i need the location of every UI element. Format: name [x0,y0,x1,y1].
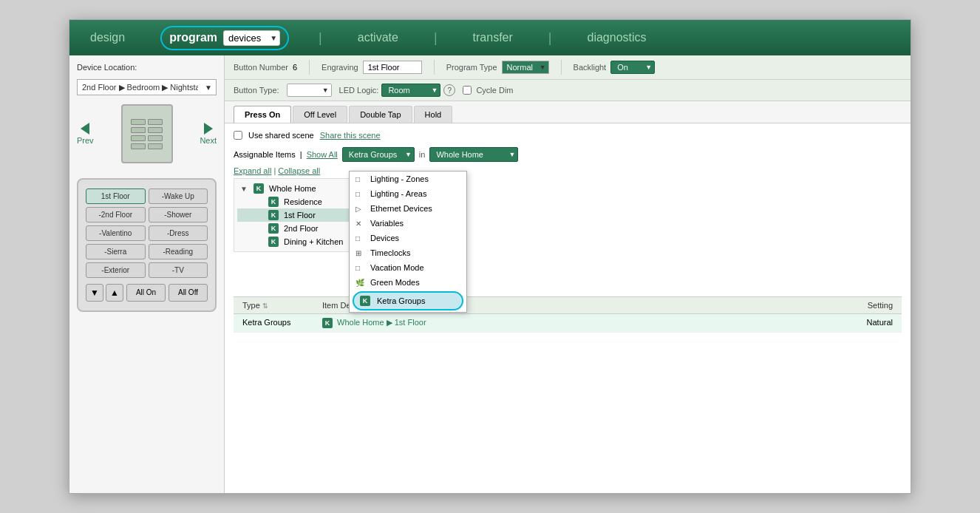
kp-btn-1st-floor[interactable]: 1st Floor [86,188,146,204]
prev-icon [81,123,89,135]
nav-separator-1: | [319,30,322,46]
device-image [121,104,173,163]
device-btn-2 [148,119,163,125]
dropdown-item-variables[interactable]: ✕ Variables [350,216,466,231]
table-description-link[interactable]: Whole Home ▶ 1st Floor [337,318,426,327]
tab-hold[interactable]: Hold [414,106,453,123]
toolbar-sep-2 [434,60,435,75]
kp-all-off[interactable]: All Off [169,284,208,302]
tree-ketra-icon-1st-floor: K [268,210,279,220]
expand-all-button[interactable]: Expand all [234,166,271,175]
button-number-value: 6 [293,63,297,72]
button-number-label: Button Number [234,63,288,72]
variables-icon: ✕ [355,220,366,228]
kp-btn-reading[interactable]: -Reading [149,244,208,259]
main-content: Use shared scene Share this scene Assign… [225,123,911,493]
engraving-group: Engraving [321,61,422,74]
expand-collapse-row: Expand all | Collapse all [234,166,902,175]
led-logic-help-icon[interactable]: ? [443,84,455,96]
nav-devices-select-wrap: devices [223,30,280,46]
kp-all-on[interactable]: All On [126,284,166,302]
devices-label: Devices [370,234,399,242]
nav-program-area: program devices [160,26,289,50]
toolbar-sep-3 [561,60,562,75]
assignable-category-select[interactable]: Ketra Groups [342,147,415,162]
location-select-wrap: 2nd Floor ▶ Bedroom ▶ Nightstand [77,79,217,95]
device-btn-4 [148,127,163,133]
collapse-all-button[interactable]: Collapse all [278,166,320,175]
kp-btn-tv[interactable]: -TV [149,262,208,278]
tab-press-on[interactable]: Press On [234,106,291,123]
table-cell-description: K Whole Home ▶ 1st Floor [322,318,828,328]
nav-transfer[interactable]: transfer [467,28,519,47]
cycle-dim-checkbox[interactable] [463,86,472,95]
engraving-label: Engraving [321,63,358,72]
shared-scene-row: Use shared scene Share this scene [234,131,902,140]
lighting-areas-label: Lighting - Areas [370,189,426,198]
tab-off-level[interactable]: Off Level [293,106,347,123]
in-location-select[interactable]: Whole Home [429,147,518,162]
nav-separator-3: | [548,30,552,46]
dropdown-item-green-modes[interactable]: 🌿 Green Modes [350,275,466,290]
toolbar-row-2: Button Type: Toggle LED Logic: Room ? [225,80,911,101]
kp-btn-2nd-floor[interactable]: -2nd Floor [86,207,146,222]
right-panel: Button Number 6 Engraving Program Type N… [225,55,911,493]
program-type-group: Program Type Normal [446,61,549,74]
kp-btn-valentino[interactable]: -Valentino [86,225,146,241]
toolbar-sep-1 [309,60,310,75]
next-label: Next [200,136,217,145]
kp-dim-up[interactable]: ▲ [106,284,123,302]
dropdown-item-lighting-zones[interactable]: □ Lighting - Zones [350,171,466,186]
kp-dim-down[interactable]: ▼ [86,284,103,302]
nav-buttons-row: Prev [77,104,217,163]
backlight-select-wrap: On [610,61,655,74]
table-header: Type ⇅ Item Description ⇅ Setting [234,297,902,314]
ethernet-devices-icon: ▷ [355,205,366,213]
keypad-bottom-row: ▼ ▲ All On All Off [86,284,208,302]
kp-btn-wake-up[interactable]: -Wake Up [149,188,208,204]
share-scene-link[interactable]: Share this scene [320,131,381,140]
top-navigation: design program devices | activate | tran… [69,20,911,55]
dropdown-item-devices[interactable]: □ Devices [350,231,466,245]
kp-btn-sierra[interactable]: -Sierra [86,244,146,259]
device-btn-7 [131,143,146,149]
shared-scene-checkbox[interactable] [234,131,242,140]
nav-design[interactable]: design [84,28,131,47]
led-logic-select[interactable]: Room [381,84,440,97]
program-type-select[interactable]: Normal [502,61,549,74]
tree-ketra-icon-2nd-floor: K [268,223,279,234]
device-btn-1 [131,119,146,125]
location-select[interactable]: 2nd Floor ▶ Bedroom ▶ Nightstand [77,79,217,95]
nav-program-label: program [169,31,217,44]
nav-devices-select[interactable]: devices [223,30,280,46]
green-modes-label: Green Modes [370,278,420,287]
tab-double-tap[interactable]: Double Tap [349,106,412,123]
dropdown-item-ketra-groups[interactable]: K Ketra Groups [353,291,463,310]
device-btn-3 [131,127,146,133]
device-btn-row-2 [131,127,163,133]
led-logic-label: LED Logic: [339,86,379,95]
keypad-panel: 1st Floor -Wake Up -2nd Floor -Shower -V… [77,178,217,312]
kp-btn-exterior[interactable]: -Exterior [86,262,146,278]
next-button[interactable]: Next [200,123,217,145]
nav-activate[interactable]: activate [352,28,404,47]
engraving-input[interactable] [363,61,422,74]
dropdown-item-ethernet-devices[interactable]: ▷ Ethernet Devices [350,201,466,216]
dropdown-item-lighting-areas[interactable]: □ Lighting - Areas [350,186,466,201]
nav-diagnostics[interactable]: diagnostics [582,28,653,47]
type-sort-icon[interactable]: ⇅ [262,302,268,310]
kp-btn-dress[interactable]: -Dress [149,225,208,241]
keypad-buttons-grid: 1st Floor -Wake Up -2nd Floor -Shower -V… [86,188,208,278]
tree-expand-whole-home: ▼ [240,185,251,193]
prev-button[interactable]: Prev [77,123,94,145]
show-all-button[interactable]: Show All [307,150,338,159]
button-type-select-wrap: Toggle [287,84,332,97]
lighting-zones-icon: □ [355,175,366,183]
dropdown-item-vacation-mode[interactable]: □ Vacation Mode [350,260,466,275]
dropdown-item-timeclocks[interactable]: ⊞ Timeclocks [350,245,466,260]
backlight-select[interactable]: On [610,61,655,74]
kp-btn-shower[interactable]: -Shower [149,207,208,222]
assignable-items-row: Assignable Items | Show All Ketra Groups… [234,147,902,162]
timeclocks-label: Timeclocks [370,248,411,257]
button-type-select[interactable]: Toggle [287,84,332,97]
